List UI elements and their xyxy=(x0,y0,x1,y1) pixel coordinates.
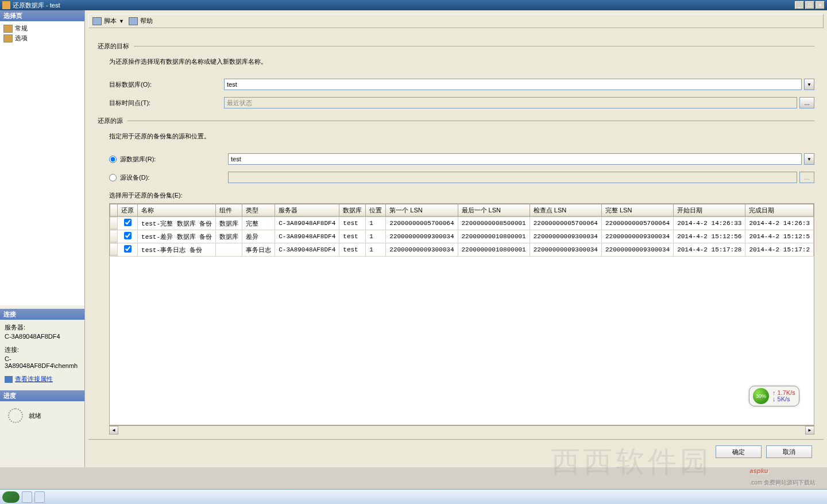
help-icon xyxy=(129,17,138,25)
cell-name: test-事务日志 备份 xyxy=(138,243,216,257)
taskbar-item[interactable] xyxy=(34,491,45,503)
column-header[interactable]: 最后一个 LSN xyxy=(458,204,530,217)
properties-icon xyxy=(5,376,13,383)
cell-lsn1: 22000000009300034 xyxy=(386,243,458,257)
column-header[interactable]: 名称 xyxy=(138,204,216,217)
view-connection-properties-link[interactable]: 查看连接属性 xyxy=(5,375,80,383)
table-row[interactable]: test-差异 数据库 备份数据库差异C-3A89048AF8DF4test12… xyxy=(110,230,814,243)
source-db-radio[interactable] xyxy=(109,156,117,163)
content-area: 还原的目标 为还原操作选择现有数据库的名称或键入新数据库名称。 目标数据库(O)… xyxy=(88,33,824,439)
cell-lsn3: 22000000005700064 xyxy=(530,217,601,230)
page-icon xyxy=(3,25,13,33)
target-description: 为还原操作选择现有数据库的名称或键入新数据库名称。 xyxy=(109,57,814,66)
cell-comp: 数据库 xyxy=(216,230,242,243)
titlebar: 还原数据库 - test _ □ × xyxy=(0,0,827,10)
column-header[interactable]: 组件 xyxy=(216,204,242,217)
scroll-track[interactable] xyxy=(118,426,805,435)
cell-lsn1: 22000000009300034 xyxy=(386,230,458,243)
cell-lsn4: 22000000009300034 xyxy=(601,243,673,257)
server-value: C-3A89048AF8DF4 xyxy=(5,333,80,340)
server-label: 服务器: xyxy=(5,323,80,332)
source-db-dropdown-button[interactable]: ▼ xyxy=(804,153,814,165)
source-section-header: 还原的源 xyxy=(98,117,814,125)
cell-lsn4: 22000000005700064 xyxy=(601,217,673,230)
cell-type: 差异 xyxy=(242,230,275,243)
column-header[interactable]: 检查点 LSN xyxy=(530,204,601,217)
cell-lsn1: 22000000005700064 xyxy=(386,217,458,230)
source-device-browse-button[interactable]: ... xyxy=(799,172,814,183)
left-panel: 选择页 常规 选项 连接 服务器: C-3A89048AF8DF4 连接: C-… xyxy=(0,10,85,467)
cell-comp xyxy=(216,243,242,257)
backup-sets-label: 选择用于还原的备份集(E): xyxy=(109,191,814,200)
backup-sets-grid[interactable]: 还原名称组件类型服务器数据库位置第一个 LSN最后一个 LSN检查点 LSN完整… xyxy=(109,203,814,425)
cell-start: 2014-4-2 15:12:56 xyxy=(674,230,745,243)
column-header[interactable]: 类型 xyxy=(242,204,275,217)
cell-lsn3: 22000000009300034 xyxy=(530,230,601,243)
conn-label: 连接: xyxy=(5,346,80,354)
cell-db: test xyxy=(339,217,366,230)
column-header[interactable]: 完成日期 xyxy=(745,204,814,217)
taskbar[interactable] xyxy=(0,489,827,504)
ok-button[interactable]: 确定 xyxy=(716,445,762,458)
minimize-button[interactable]: _ xyxy=(795,1,804,9)
cell-server: C-3A89048AF8DF4 xyxy=(275,243,339,257)
column-header[interactable]: 第一个 LSN xyxy=(386,204,458,217)
cell-pos: 1 xyxy=(366,230,386,243)
window-title: 还原数据库 - test xyxy=(13,1,794,10)
link-text: 查看连接属性 xyxy=(15,375,53,383)
page-item-general[interactable]: 常规 xyxy=(2,24,82,33)
maximize-button[interactable]: □ xyxy=(805,1,814,9)
source-db-combo[interactable]: test xyxy=(228,153,802,165)
target-db-combo[interactable]: test xyxy=(224,79,802,90)
close-button[interactable]: × xyxy=(816,1,825,9)
column-header[interactable]: 还原 xyxy=(118,204,138,217)
start-button[interactable] xyxy=(2,491,20,503)
cancel-button[interactable]: 取消 xyxy=(766,445,812,458)
column-header[interactable]: 服务器 xyxy=(275,204,339,217)
cell-db: test xyxy=(339,243,366,257)
column-header[interactable]: 开始日期 xyxy=(674,204,745,217)
connection-header: 连接 xyxy=(0,309,84,320)
page-list: 常规 选项 xyxy=(0,21,84,305)
cell-end: 2014-4-2 15:17:2 xyxy=(745,243,814,257)
cell-db: test xyxy=(339,230,366,243)
horizontal-scrollbar[interactable]: ◄ ► xyxy=(109,425,814,435)
table-row[interactable]: test-完整 数据库 备份数据库完整C-3A89048AF8DF4test12… xyxy=(110,217,814,230)
restore-checkbox[interactable] xyxy=(124,219,132,226)
scroll-left-button[interactable]: ◄ xyxy=(109,426,118,435)
app-icon xyxy=(2,1,10,9)
cell-type: 事务日志 xyxy=(242,243,275,257)
cell-comp: 数据库 xyxy=(216,217,242,230)
network-monitor-overlay[interactable]: 30% ↑ 1.7K/s ↓ 5K/s xyxy=(749,386,799,406)
cell-end: 2014-4-2 15:12:5 xyxy=(745,230,814,243)
script-button[interactable]: 脚本 ▼ xyxy=(92,17,124,25)
cell-pos: 1 xyxy=(366,217,386,230)
column-header[interactable]: 数据库 xyxy=(339,204,366,217)
column-header[interactable]: 完整 LSN xyxy=(601,204,673,217)
window-buttons: _ □ × xyxy=(794,1,825,9)
column-header[interactable]: 位置 xyxy=(366,204,386,217)
cell-lsn4: 22000000009300034 xyxy=(601,230,673,243)
scroll-right-button[interactable]: ► xyxy=(805,426,814,435)
conn-value: C-3A89048AF8DF4\chenmh xyxy=(5,355,80,369)
target-db-dropdown-button[interactable]: ▼ xyxy=(804,79,814,90)
page-item-options[interactable]: 选项 xyxy=(2,33,82,43)
chevron-down-icon: ▼ xyxy=(119,18,124,24)
network-stats: ↑ 1.7K/s ↓ 5K/s xyxy=(772,390,795,402)
restore-checkbox[interactable] xyxy=(124,245,132,253)
help-button[interactable]: 帮助 xyxy=(129,17,153,25)
script-label: 脚本 xyxy=(104,17,117,25)
restore-checkbox[interactable] xyxy=(124,232,132,239)
source-db-label: 源数据库(R): xyxy=(120,155,228,164)
cell-start: 2014-4-2 14:26:33 xyxy=(674,217,745,230)
cell-end: 2014-4-2 14:26:3 xyxy=(745,217,814,230)
target-db-label: 目标数据库(O): xyxy=(109,80,224,89)
taskbar-item[interactable] xyxy=(22,491,32,503)
target-section-header: 还原的目标 xyxy=(98,42,814,51)
table-row[interactable]: test-事务日志 备份事务日志C-3A89048AF8DF4test12200… xyxy=(110,243,814,257)
target-time-browse-button[interactable]: ... xyxy=(799,97,814,108)
source-device-radio[interactable] xyxy=(109,174,117,181)
source-device-label: 源设备(D): xyxy=(120,173,228,182)
cell-server: C-3A89048AF8DF4 xyxy=(275,217,339,230)
script-icon xyxy=(92,17,102,25)
